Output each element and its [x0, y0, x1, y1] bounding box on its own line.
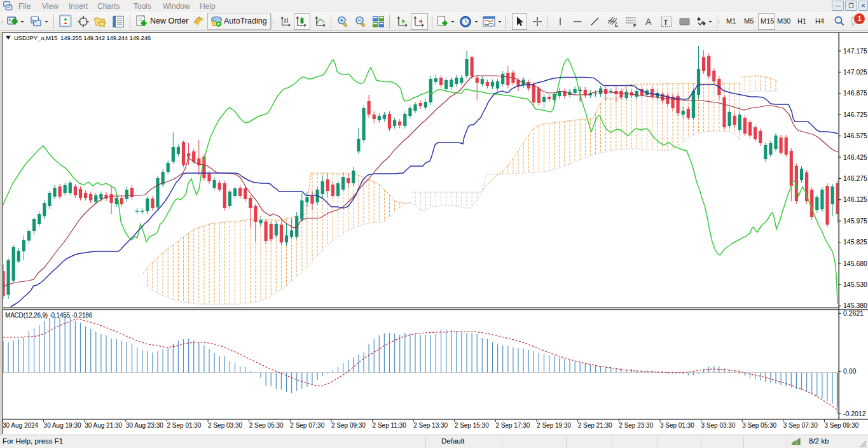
- svg-text:2 Sep 01:30: 2 Sep 01:30: [167, 422, 202, 429]
- svg-text:146.875: 146.875: [843, 89, 867, 97]
- svg-text:146.125: 146.125: [843, 195, 867, 203]
- svg-text:2 Sep 23:30: 2 Sep 23:30: [619, 422, 653, 429]
- svg-text:A: A: [645, 17, 652, 27]
- svg-text:T: T: [664, 18, 668, 26]
- svg-text:F: F: [633, 24, 637, 28]
- svg-text:2 Sep 09:30: 2 Sep 09:30: [331, 422, 366, 429]
- svg-text:2 Sep 05:30: 2 Sep 05:30: [249, 422, 284, 429]
- svg-text:30 Aug 2024: 30 Aug 2024: [3, 422, 39, 429]
- svg-text:145.380: 145.380: [843, 302, 867, 309]
- svg-text:0.2621: 0.2621: [843, 309, 864, 317]
- svg-text:145.825: 145.825: [843, 238, 867, 246]
- svg-text:3 Sep 03:30: 3 Sep 03:30: [701, 422, 736, 429]
- svg-text:2 Sep 11:30: 2 Sep 11:30: [373, 422, 407, 429]
- svg-text:E: E: [615, 23, 618, 27]
- svg-text:2 Sep 21:30: 2 Sep 21:30: [578, 422, 612, 429]
- svg-text:145.975: 145.975: [843, 217, 867, 225]
- svg-text:30 Aug 23:30: 30 Aug 23:30: [126, 422, 163, 429]
- svg-text:2 Sep 15:30: 2 Sep 15:30: [455, 422, 489, 429]
- svg-text:2 Sep 07:30: 2 Sep 07:30: [290, 422, 324, 429]
- svg-text:30 Aug 21:30: 30 Aug 21:30: [85, 422, 122, 429]
- svg-text:30 Aug 19:30: 30 Aug 19:30: [44, 422, 81, 429]
- svg-text:3 Sep 07:30: 3 Sep 07:30: [783, 422, 818, 429]
- svg-text:145.680: 145.680: [843, 260, 867, 267]
- svg-text:146.275: 146.275: [843, 174, 867, 182]
- svg-text:2 Sep 17:30: 2 Sep 17:30: [495, 422, 530, 429]
- svg-text:0.00: 0.00: [843, 367, 857, 375]
- svg-text:-0.2012: -0.2012: [843, 410, 866, 417]
- svg-text:3 Sep 05:30: 3 Sep 05:30: [742, 422, 776, 429]
- svg-text:2 Sep 19:30: 2 Sep 19:30: [537, 422, 571, 429]
- svg-text:147.175: 147.175: [843, 47, 867, 55]
- svg-text:146.425: 146.425: [843, 153, 867, 161]
- svg-text:147.025: 147.025: [843, 68, 867, 76]
- svg-text:2 Sep 13:30: 2 Sep 13:30: [413, 422, 448, 429]
- svg-text:146.575: 146.575: [843, 132, 867, 139]
- svg-text:2 Sep 03:30: 2 Sep 03:30: [208, 422, 242, 429]
- svg-text:145.530: 145.530: [843, 281, 867, 288]
- svg-text:3 Sep 09:30: 3 Sep 09:30: [824, 422, 858, 429]
- svg-text:MACD(12,26,9) -0.1455 -0.2186: MACD(12,26,9) -0.1455 -0.2186: [5, 312, 93, 319]
- svg-text:USDJPY_o,M15 149.255 149.342: USDJPY_o,M15 149.255 149.342 149.244 149…: [14, 34, 151, 41]
- svg-text:146.725: 146.725: [843, 111, 867, 118]
- svg-text:3 Sep 01:30: 3 Sep 01:30: [660, 422, 694, 429]
